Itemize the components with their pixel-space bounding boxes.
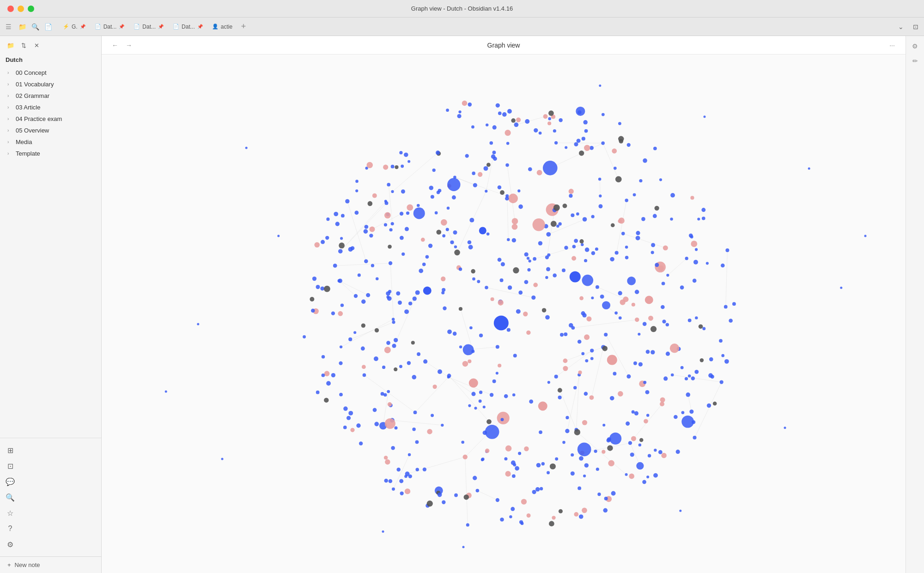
minimize-button[interactable] xyxy=(18,6,24,12)
svg-point-223 xyxy=(486,419,492,424)
svg-point-549 xyxy=(512,218,518,224)
svg-point-229 xyxy=(693,260,698,265)
sidebar-close-button[interactable]: ✕ xyxy=(31,40,42,50)
sidebar-toggle-button[interactable]: ☰ xyxy=(2,20,15,33)
svg-point-260 xyxy=(565,416,569,419)
graph-icon[interactable]: ⊡ xyxy=(3,458,18,473)
new-note-button[interactable]: + New note xyxy=(0,556,101,573)
folder-00-concept[interactable]: › 00 Concept xyxy=(2,67,99,78)
svg-point-209 xyxy=(584,259,587,262)
svg-point-482 xyxy=(416,468,419,471)
svg-point-351 xyxy=(462,101,468,106)
svg-point-484 xyxy=(648,454,651,457)
svg-point-179 xyxy=(708,373,713,378)
svg-point-185 xyxy=(583,475,586,477)
starred-icon[interactable]: ☆ xyxy=(3,506,18,520)
svg-point-650 xyxy=(413,296,417,301)
svg-line-65 xyxy=(623,234,666,248)
svg-point-623 xyxy=(611,223,615,227)
files-button[interactable]: 📁 xyxy=(16,20,29,33)
tab-dat2-label: Dat... xyxy=(142,24,156,30)
svg-point-336 xyxy=(563,366,568,371)
svg-point-270 xyxy=(407,204,413,211)
sidebar-new-folder-button[interactable]: 📁 xyxy=(6,40,16,50)
new-file-button[interactable]: 📄 xyxy=(42,20,55,33)
svg-point-499 xyxy=(681,366,684,369)
svg-point-226 xyxy=(537,170,542,175)
content-header-right: ··· xyxy=(886,39,898,51)
svg-point-590 xyxy=(471,392,475,396)
svg-point-562 xyxy=(562,441,565,444)
settings-icon[interactable]: ⚙ xyxy=(3,537,18,552)
svg-point-447 xyxy=(408,453,411,456)
svg-point-675 xyxy=(197,323,199,325)
tab-list-button[interactable]: ⌄ xyxy=(894,20,907,33)
search-button[interactable]: 🔍 xyxy=(29,20,42,33)
svg-point-206 xyxy=(627,143,631,147)
add-tab-button[interactable]: + xyxy=(237,20,250,33)
comments-icon[interactable]: 💬 xyxy=(3,474,18,489)
svg-point-455 xyxy=(346,416,351,420)
svg-point-77 xyxy=(339,361,342,365)
svg-point-220 xyxy=(468,360,471,363)
svg-point-459 xyxy=(394,338,398,342)
graph-svg xyxy=(102,54,906,573)
tab-expand-button[interactable]: ⊡ xyxy=(909,20,922,33)
tab-dat3[interactable]: 📄 Dat... 📌 xyxy=(168,19,207,34)
sidebar-sort-button[interactable]: ⇅ xyxy=(18,40,29,50)
help-icon[interactable]: ? xyxy=(3,521,18,536)
forward-button[interactable]: → xyxy=(123,39,135,51)
svg-point-670 xyxy=(840,287,842,289)
svg-point-301 xyxy=(569,194,572,198)
tab-g[interactable]: ⚡ G. 📌 xyxy=(58,19,90,34)
svg-point-373 xyxy=(433,385,437,389)
folder-04-practice-exam[interactable]: › 04 Practice exam xyxy=(2,114,99,124)
tab-dat2[interactable]: 📄 Dat... 📌 xyxy=(129,19,168,34)
svg-point-565 xyxy=(579,296,584,301)
close-button[interactable] xyxy=(7,6,14,12)
folder-template[interactable]: › Template xyxy=(2,148,99,159)
chevron-icon: › xyxy=(7,93,13,98)
edit-panel-button[interactable]: ✏ xyxy=(909,54,922,67)
svg-point-513 xyxy=(676,450,680,454)
search-bottom-icon[interactable]: 🔍 xyxy=(3,490,18,505)
maximize-button[interactable] xyxy=(28,6,34,12)
svg-point-495 xyxy=(583,217,587,222)
svg-point-213 xyxy=(516,309,521,314)
svg-point-443 xyxy=(384,223,387,226)
svg-point-526 xyxy=(459,345,462,348)
svg-point-556 xyxy=(322,355,325,358)
svg-point-294 xyxy=(363,374,366,377)
svg-point-491 xyxy=(486,123,488,126)
more-options-button[interactable]: ··· xyxy=(886,39,898,51)
svg-point-138 xyxy=(371,264,374,267)
folder-03-article[interactable]: › 03 Article xyxy=(2,102,99,113)
svg-point-267 xyxy=(660,398,665,403)
folder-label: 05 Overview xyxy=(16,127,49,134)
svg-point-442 xyxy=(653,473,658,478)
svg-point-407 xyxy=(497,412,510,424)
svg-point-232 xyxy=(653,214,657,218)
svg-point-121 xyxy=(579,514,584,519)
folder-02-grammar[interactable]: › 02 Grammar xyxy=(2,90,99,101)
graph-canvas[interactable] xyxy=(102,54,906,573)
svg-point-307 xyxy=(521,499,527,504)
svg-point-624 xyxy=(551,221,557,227)
svg-line-55 xyxy=(695,382,722,438)
folder-01-vocabulary[interactable]: › 01 Vocabulary xyxy=(2,79,99,90)
svg-point-107 xyxy=(639,438,644,442)
tab-dat1[interactable]: 📄 Dat... 📌 xyxy=(90,19,129,34)
svg-point-314 xyxy=(582,137,585,140)
svg-point-167 xyxy=(446,228,449,231)
svg-point-617 xyxy=(518,205,523,209)
settings-panel-button[interactable]: ⚙ xyxy=(909,40,922,53)
tab-actie-label: actie xyxy=(221,24,232,30)
folder-05-overview[interactable]: › 05 Overview xyxy=(2,125,99,136)
bookmarks-icon[interactable]: ⊞ xyxy=(3,443,18,458)
tab-actie[interactable]: 👤 actie xyxy=(207,19,237,34)
folder-media[interactable]: › Media xyxy=(2,137,99,147)
back-button[interactable]: ← xyxy=(109,39,121,51)
window-title: Graph view - Dutch - Obsidian v1.4.16 xyxy=(411,5,513,12)
svg-point-578 xyxy=(527,268,530,271)
svg-point-272 xyxy=(423,359,427,363)
